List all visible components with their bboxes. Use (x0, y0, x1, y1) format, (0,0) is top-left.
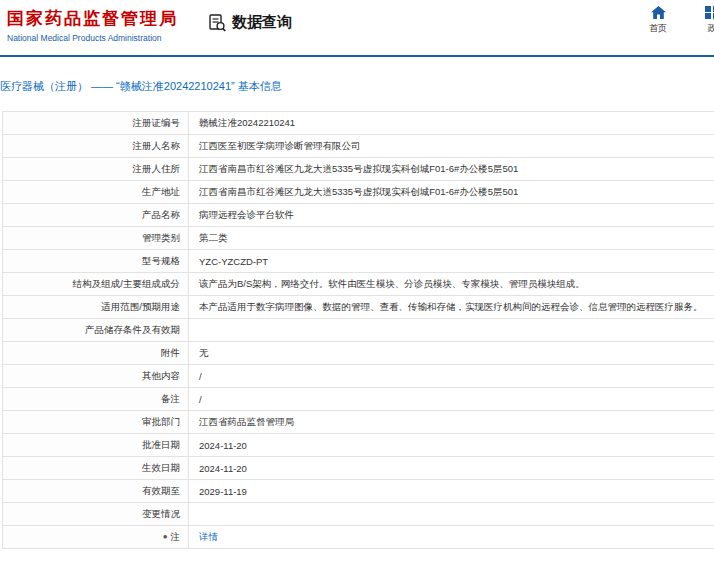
table-row: 结构及组成/主要组成成分该产品为B/S架构，网络交付。软件由医生模块、分诊员模块… (3, 273, 714, 296)
header-divider (0, 55, 714, 57)
row-label-text: 注 (171, 531, 181, 544)
info-table: 注册证编号赣械注准20242210241注册人名称江西医至初医学病理诊断管理有限… (2, 111, 714, 549)
table-row: 产品名称病理远程会诊平台软件 (3, 204, 714, 227)
row-label: 生产地址 (3, 181, 189, 203)
table-row: 变更情况 (3, 503, 714, 526)
row-label-text: 生产地址 (142, 186, 180, 199)
row-label-text: 备注 (161, 393, 180, 406)
row-label-text: 适用范围/预期用途 (101, 301, 180, 314)
row-label: 管理类别 (3, 227, 189, 249)
row-value: 2024-11-20 (189, 457, 714, 479)
logo-title: 国家药品监督管理局 (7, 7, 178, 30)
row-value: 详情 (189, 526, 714, 548)
row-value: / (189, 388, 714, 410)
row-value: 江西省南昌市红谷滩区九龙大道5335号虚拟现实科创城F01-6#办公楼5层501 (189, 158, 714, 180)
logo-subtitle: National Medical Products Administration (7, 33, 178, 43)
row-label-text: 产品储存条件及有效期 (85, 324, 180, 337)
data-query-label: 数据查询 (232, 13, 292, 32)
row-label: 备注 (3, 388, 189, 410)
page-title: 医疗器械（注册） —— “赣械注准20242210241” 基本信息 (0, 79, 282, 94)
row-value: 江西省药品监督管理局 (189, 411, 714, 433)
row-label-text: 注册人住所 (133, 163, 181, 176)
row-label-text: 其他内容 (142, 370, 180, 383)
row-value: 2024-11-20 (189, 434, 714, 456)
note-bullet-icon: ● (163, 533, 168, 541)
row-label: 产品名称 (3, 204, 189, 226)
row-label-text: 注册人名称 (133, 140, 181, 153)
table-row: 注册证编号赣械注准20242210241 (3, 112, 714, 135)
row-label: 注册证编号 (3, 112, 189, 134)
row-value: 本产品适用于数字病理图像、数据的管理、查看、传输和存储，实现医疗机构间的远程会诊… (189, 296, 714, 318)
row-label-text: 管理类别 (142, 232, 180, 245)
row-label: 变更情况 (3, 503, 189, 525)
screen: 国家药品监督管理局 National Medical Products Admi… (0, 0, 714, 579)
row-label: 审批部门 (3, 411, 189, 433)
table-row: 适用范围/预期用途本产品适用于数字病理图像、数据的管理、查看、传输和存储，实现医… (3, 296, 714, 319)
row-label: ●注 (3, 526, 189, 548)
row-value: 病理远程会诊平台软件 (189, 204, 714, 226)
row-label: 附件 (3, 342, 189, 364)
row-label: 结构及组成/主要组成成分 (3, 273, 189, 295)
row-label: 型号规格 (3, 250, 189, 272)
row-label-text: 生效日期 (142, 462, 180, 475)
row-label: 产品储存条件及有效期 (3, 319, 189, 341)
table-row: 产品储存条件及有效期 (3, 319, 714, 342)
table-row: 审批部门江西省药品监督管理局 (3, 411, 714, 434)
site-header: 国家药品监督管理局 National Medical Products Admi… (0, 0, 714, 55)
row-value: 江西医至初医学病理诊断管理有限公司 (189, 135, 714, 157)
table-row: 批准日期2024-11-20 (3, 434, 714, 457)
table-row: 注册人住所江西省南昌市红谷滩区九龙大道5335号虚拟现实科创城F01-6#办公楼… (3, 158, 714, 181)
row-label: 注册人名称 (3, 135, 189, 157)
row-label-text: 结构及组成/主要组成成分 (73, 278, 180, 291)
nav-home[interactable]: 首页 (638, 6, 678, 35)
row-value (189, 319, 714, 341)
row-value: / (189, 365, 714, 387)
row-label: 注册人住所 (3, 158, 189, 180)
table-row: 管理类别第二类 (3, 227, 714, 250)
row-label-text: 批准日期 (142, 439, 180, 452)
detail-link[interactable]: 详情 (199, 531, 218, 544)
row-value: 江西省南昌市红谷滩区九龙大道5335号虚拟现实科创城F01-6#办公楼5层501 (189, 181, 714, 203)
row-label-text: 有效期至 (142, 485, 180, 498)
nav-gov-label: 政 (708, 22, 714, 35)
row-label: 适用范围/预期用途 (3, 296, 189, 318)
row-value: 第二类 (189, 227, 714, 249)
row-value: YZC-YZCZD-PT (189, 250, 714, 272)
table-row: ●注详情 (3, 526, 714, 549)
document-search-icon (209, 14, 226, 32)
row-value: 2029-11-19 (189, 480, 714, 502)
row-label: 批准日期 (3, 434, 189, 456)
table-row: 附件无 (3, 342, 714, 365)
row-value: 该产品为B/S架构，网络交付。软件由医生模块、分诊员模块、专家模块、管理员模块组… (189, 273, 714, 295)
row-label-text: 产品名称 (142, 209, 180, 222)
nav-gov[interactable]: 政 (692, 6, 714, 35)
row-label-text: 变更情况 (142, 508, 180, 521)
row-label-text: 型号规格 (142, 255, 180, 268)
table-row: 备注/ (3, 388, 714, 411)
row-label-text: 审批部门 (142, 416, 180, 429)
table-row: 注册人名称江西医至初医学病理诊断管理有限公司 (3, 135, 714, 158)
data-query-heading: 数据查询 (209, 13, 292, 32)
nav-home-label: 首页 (649, 22, 667, 35)
home-icon (651, 6, 666, 19)
table-row: 生产地址江西省南昌市红谷滩区九龙大道5335号虚拟现实科创城F01-6#办公楼5… (3, 181, 714, 204)
table-row: 生效日期2024-11-20 (3, 457, 714, 480)
row-value: 无 (189, 342, 714, 364)
nmpa-logo[interactable]: 国家药品监督管理局 National Medical Products Admi… (7, 7, 178, 43)
row-value: 赣械注准20242210241 (189, 112, 714, 134)
table-row: 其他内容/ (3, 365, 714, 388)
table-row: 有效期至2029-11-19 (3, 480, 714, 503)
row-label-text: 附件 (161, 347, 180, 360)
row-value (189, 503, 714, 525)
row-label: 有效期至 (3, 480, 189, 502)
gov-grid-icon (705, 6, 714, 19)
table-row: 型号规格YZC-YZCZD-PT (3, 250, 714, 273)
top-nav: 首页 政 (638, 6, 714, 35)
row-label-text: 注册证编号 (133, 117, 181, 130)
row-label: 生效日期 (3, 457, 189, 479)
row-label: 其他内容 (3, 365, 189, 387)
